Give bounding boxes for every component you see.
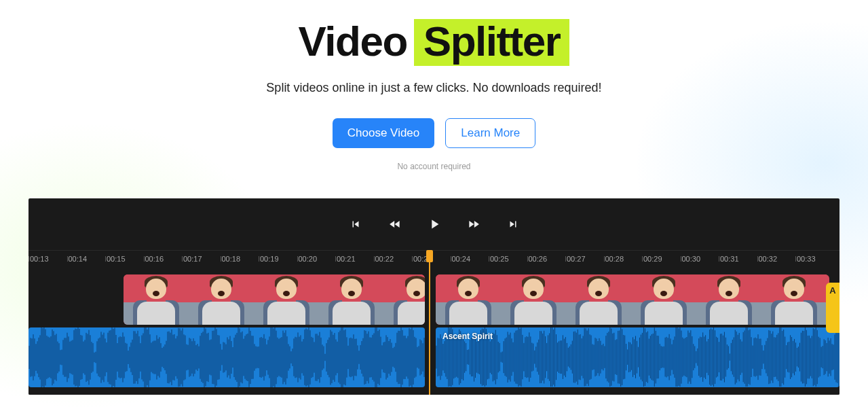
choose-video-button[interactable]: Choose Video	[333, 118, 435, 148]
timeline-ruler[interactable]: 00:1300:1400:1500:1600:1700:1800:1900:20…	[29, 250, 839, 266]
subtitle: Split videos online in just a few clicks…	[0, 81, 868, 95]
playback-controls	[29, 198, 839, 250]
ruler-tick: 00:16	[144, 255, 183, 263]
title-word-1: Video	[299, 18, 407, 65]
video-editor-preview: 00:1300:1400:1500:1600:1700:1800:1900:20…	[29, 198, 839, 395]
clip-end-marker[interactable]: A	[826, 283, 839, 333]
skip-end-icon[interactable]	[506, 217, 521, 232]
ruler-tick: 00:19	[259, 255, 297, 263]
ruler-tick: 00:31	[719, 255, 757, 263]
ruler-tick: 00:17	[182, 255, 221, 263]
no-account-note: No account required	[0, 162, 868, 171]
ruler-tick: 00:15	[105, 255, 144, 263]
audio-clip-1[interactable]	[29, 327, 425, 387]
clip-thumbnail	[436, 274, 501, 325]
clip-thumbnail	[124, 274, 189, 325]
waveform-icon	[436, 327, 839, 387]
ruler-tick: 00:21	[335, 255, 374, 263]
fast-forward-icon[interactable]	[466, 217, 481, 232]
clip-thumbnail	[189, 274, 254, 325]
rewind-icon[interactable]	[388, 217, 402, 232]
ruler-tick: 00:18	[221, 255, 259, 263]
ruler-tick: 00:22	[374, 255, 413, 263]
ruler-tick: 00:25	[489, 255, 527, 263]
page-title: VideoSplitter	[0, 19, 868, 66]
audio-track: Ascent Spirit	[29, 327, 839, 387]
clip-thumbnail	[384, 274, 425, 325]
ruler-tick: 00:29	[642, 255, 681, 263]
clip-thumbnail	[631, 274, 696, 325]
video-clip-1[interactable]	[124, 274, 425, 325]
skip-start-icon[interactable]	[348, 217, 363, 232]
audio-clip-label: Ascent Spirit	[442, 332, 493, 341]
ruler-tick: 00:20	[297, 255, 336, 263]
ruler-tick: 00:26	[527, 255, 566, 263]
ruler-tick: 00:33	[795, 255, 834, 263]
ruler-tick: 00:30	[681, 255, 719, 263]
hero-section: VideoSplitter Split videos online in jus…	[0, 0, 868, 171]
play-icon[interactable]	[427, 217, 442, 232]
timeline-tracks[interactable]: A Ascent Spirit	[29, 266, 839, 395]
clip-thumbnail	[566, 274, 631, 325]
clip-thumbnail	[761, 274, 827, 325]
ruler-tick: 00:27	[565, 255, 604, 263]
video-clip-2[interactable]	[436, 274, 829, 325]
cta-row: Choose Video Learn More	[0, 118, 868, 148]
ruler-tick: 00:28	[604, 255, 643, 263]
clip-thumbnail	[696, 274, 761, 325]
clip-thumbnail	[501, 274, 566, 325]
video-track: A	[29, 274, 839, 325]
waveform-icon	[29, 327, 425, 387]
ruler-tick: 00:32	[757, 255, 796, 263]
ruler-tick: 00:13	[29, 255, 67, 263]
clip-thumbnail	[254, 274, 319, 325]
title-word-2-highlight: Splitter	[414, 19, 570, 66]
learn-more-button[interactable]: Learn More	[445, 118, 535, 148]
ruler-tick: 00:14	[67, 255, 106, 263]
playhead[interactable]	[429, 250, 430, 395]
ruler-tick: 00:24	[451, 255, 489, 263]
clip-thumbnail	[319, 274, 384, 325]
audio-clip-2[interactable]: Ascent Spirit	[436, 327, 839, 387]
